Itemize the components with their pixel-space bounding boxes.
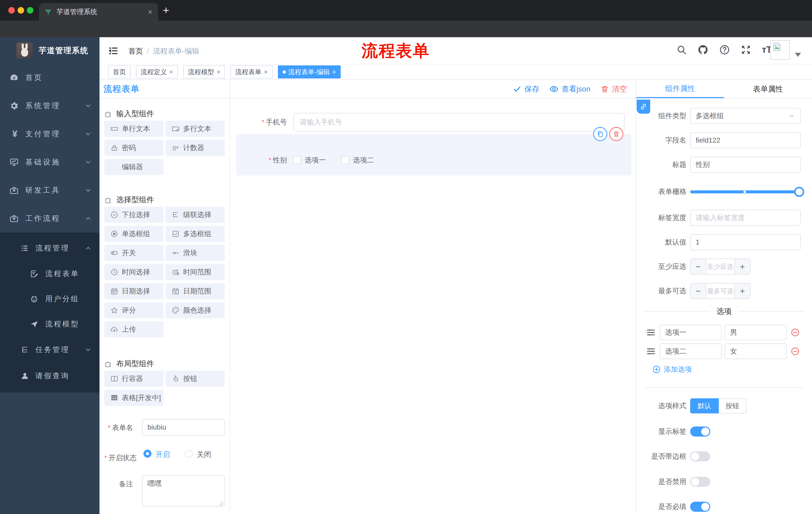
view-json-button[interactable]: 查看json: [549, 84, 590, 94]
increment-button[interactable]: +: [734, 283, 750, 298]
option-value-input[interactable]: [725, 325, 787, 340]
field-name-input[interactable]: [690, 132, 801, 148]
increment-button[interactable]: +: [734, 259, 750, 274]
clear-button[interactable]: 清空: [601, 84, 627, 94]
sidebar-item-system[interactable]: 系统管理: [0, 92, 99, 120]
style-button-button[interactable]: 按钮: [719, 398, 747, 413]
window-close-button[interactable]: [8, 7, 15, 13]
sidebar-item-home[interactable]: 首页: [0, 64, 99, 92]
form-name-input[interactable]: [142, 419, 225, 436]
phone-input[interactable]: [293, 113, 625, 132]
palette-item-counter[interactable]: 123 计数器: [166, 140, 225, 156]
search-icon[interactable]: [676, 45, 687, 55]
sidebar-item-payment[interactable]: ¥ 支付管理: [0, 120, 99, 148]
palette-item-password[interactable]: 密码: [104, 140, 164, 156]
decrement-button[interactable]: −: [691, 283, 706, 298]
gender-option-1[interactable]: 选项一: [293, 155, 326, 165]
palette-item-date-range[interactable]: 日期范围: [166, 283, 225, 299]
palette-item-switch[interactable]: 开关: [104, 245, 164, 261]
github-icon[interactable]: [697, 44, 708, 55]
palette-item-radio-group[interactable]: 单选框组: [104, 226, 164, 242]
checkbox[interactable]: [293, 156, 301, 164]
tab-close-icon[interactable]: ×: [148, 7, 152, 17]
palette-item-multi-text[interactable]: 多行文本: [166, 121, 225, 137]
copy-component-button[interactable]: [593, 127, 607, 141]
palette-item-single-text[interactable]: 单行文本: [104, 121, 164, 137]
palette-item-time-range[interactable]: 时间范围: [166, 264, 225, 280]
tag-close-icon[interactable]: ×: [216, 68, 220, 76]
sidebar-item-process-form[interactable]: 流程表单: [0, 261, 99, 287]
min-select-value[interactable]: 至少应选: [706, 259, 734, 274]
status-on-label[interactable]: 开启: [155, 450, 170, 460]
tab-component-props[interactable]: 组件属性: [636, 80, 724, 98]
status-on-radio[interactable]: [143, 450, 151, 458]
disabled-toggle[interactable]: [690, 477, 710, 487]
tag-close-icon[interactable]: ×: [332, 68, 336, 76]
new-tab-button[interactable]: +: [163, 4, 169, 17]
user-avatar[interactable]: [770, 40, 790, 60]
save-button[interactable]: 保存: [513, 84, 540, 94]
sidebar-collapse-icon[interactable]: [108, 45, 119, 56]
palette-item-select[interactable]: 下拉选择: [104, 207, 164, 223]
resize-grip-icon[interactable]: [219, 501, 223, 506]
palette-item-table[interactable]: 表格[开发中]: [104, 390, 164, 406]
sidebar-item-leave-query[interactable]: 请假查询: [0, 363, 99, 389]
label-width-input[interactable]: [690, 210, 801, 226]
tag-home[interactable]: 首页: [108, 65, 130, 78]
palette-item-rate[interactable]: 评分: [104, 302, 164, 318]
tag-close-icon[interactable]: ×: [169, 68, 173, 76]
palette-item-checkbox-group[interactable]: 多选框组: [166, 226, 225, 242]
delete-component-button[interactable]: [609, 127, 623, 141]
default-value-input[interactable]: [690, 234, 801, 250]
browser-tab[interactable]: 芋道管理系统 ×: [39, 3, 158, 21]
drag-handle-icon[interactable]: [646, 328, 656, 337]
tab-form-props[interactable]: 表单属性: [724, 80, 812, 98]
tag-close-icon[interactable]: ×: [264, 68, 267, 76]
sidebar-item-user-group[interactable]: 用户分组: [0, 287, 99, 312]
component-type-select[interactable]: 多选框组: [690, 108, 801, 124]
canvas-field-gender-selected[interactable]: *性别 选项一 选项二: [236, 134, 631, 175]
palette-item-button[interactable]: 按钮: [166, 371, 225, 387]
required-toggle[interactable]: [690, 502, 710, 512]
sidebar-item-workflow[interactable]: 工作流程: [0, 205, 99, 233]
sidebar-item-devtools[interactable]: 研发工具: [0, 176, 99, 205]
show-label-toggle[interactable]: [690, 427, 710, 437]
window-minimize-button[interactable]: [18, 7, 24, 13]
checkbox[interactable]: [342, 156, 349, 164]
link-tab[interactable]: [637, 100, 650, 114]
slider-track[interactable]: [690, 190, 803, 193]
fullscreen-icon[interactable]: [741, 45, 751, 55]
decrement-button[interactable]: −: [691, 259, 706, 274]
max-select-value[interactable]: 最多可选: [706, 283, 734, 298]
palette-item-slider[interactable]: 滑块: [166, 245, 225, 261]
sidebar-item-process-model[interactable]: 流程模型: [0, 312, 99, 337]
palette-item-date-picker[interactable]: 日期选择: [104, 283, 164, 299]
option-value-input[interactable]: [725, 344, 787, 359]
remove-option-button[interactable]: [791, 328, 800, 337]
palette-item-cascader[interactable]: 级联选择: [166, 207, 225, 223]
sidebar-item-process-mgmt[interactable]: 流程管理: [0, 235, 99, 261]
slider-handle[interactable]: [794, 187, 804, 197]
window-zoom-button[interactable]: [27, 7, 33, 13]
help-icon[interactable]: [719, 44, 730, 55]
remove-option-button[interactable]: [791, 347, 800, 356]
tag-process-form-edit[interactable]: 流程表单-编辑×: [278, 65, 341, 78]
add-option-button[interactable]: 添加选项: [652, 365, 812, 374]
with-border-toggle[interactable]: [690, 451, 710, 461]
palette-item-time-picker[interactable]: 时间选择: [104, 264, 164, 280]
palette-item-upload[interactable]: 上传: [104, 321, 164, 337]
palette-item-editor[interactable]: 编辑器: [104, 159, 164, 175]
sidebar-item-infra[interactable]: 基础设施: [0, 148, 99, 176]
grid-slider[interactable]: [690, 181, 803, 202]
status-off-radio[interactable]: [185, 450, 193, 458]
remark-textarea[interactable]: 嘿嘿: [142, 475, 225, 507]
palette-item-row-container[interactable]: 行容器: [104, 371, 164, 387]
breadcrumb-home[interactable]: 首页: [128, 46, 143, 56]
status-off-label[interactable]: 关闭: [197, 450, 211, 460]
style-default-button[interactable]: 默认: [690, 398, 719, 413]
option-label-input[interactable]: [660, 344, 722, 359]
palette-item-color-picker[interactable]: 颜色选择: [166, 302, 225, 318]
sidebar-item-task-mgmt[interactable]: 任务管理: [0, 337, 99, 363]
option-label-input[interactable]: [660, 325, 722, 340]
title-input[interactable]: [690, 157, 801, 173]
